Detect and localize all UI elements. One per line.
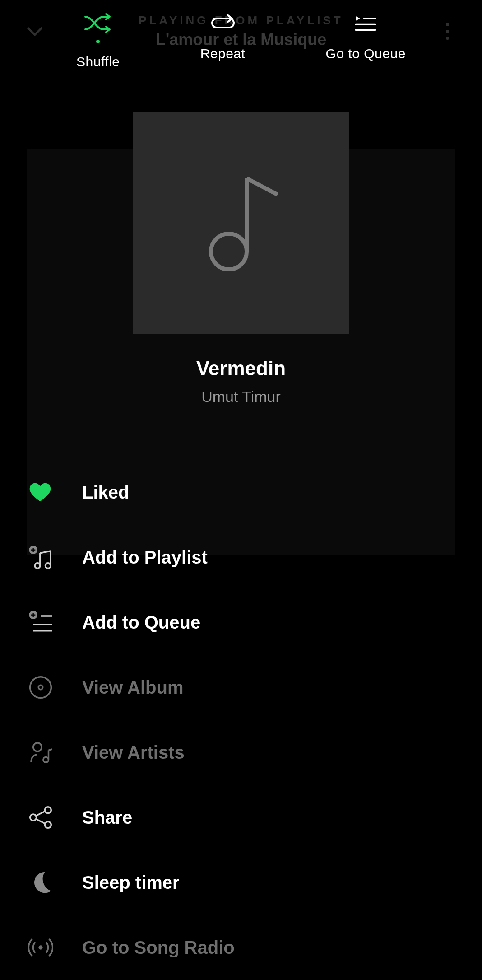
shuffle-icon [83, 11, 112, 35]
share-label: Share [82, 807, 132, 828]
shuffle-active-dot [96, 40, 100, 43]
svg-point-32 [38, 945, 42, 949]
svg-point-27 [45, 807, 51, 813]
view-artists-label: View Artists [82, 742, 185, 763]
shuffle-label: Shuffle [76, 54, 120, 70]
moon-icon [28, 870, 82, 895]
svg-point-22 [38, 685, 42, 689]
repeat-action[interactable]: Repeat [200, 11, 246, 61]
queue-icon [353, 11, 378, 35]
shuffle-action[interactable]: Shuffle [76, 11, 120, 70]
heart-icon [28, 480, 82, 504]
sleep-timer-label: Sleep timer [82, 873, 180, 893]
svg-marker-0 [356, 16, 360, 21]
album-icon [28, 675, 82, 700]
share-item[interactable]: Share [28, 785, 454, 850]
view-album-label: View Album [82, 677, 184, 698]
svg-point-23 [33, 743, 42, 751]
repeat-icon [209, 11, 237, 35]
add-to-playlist-item[interactable]: Add to Playlist [28, 525, 454, 590]
svg-line-6 [247, 178, 278, 195]
radio-icon [28, 935, 82, 960]
svg-line-31 [36, 819, 46, 824]
liked-label: Liked [82, 482, 129, 503]
track-artist: Umut Timur [201, 388, 281, 406]
svg-point-4 [211, 233, 246, 269]
sleep-timer-item[interactable]: Sleep timer [28, 850, 454, 915]
add-playlist-label: Add to Playlist [82, 547, 208, 568]
context-menu: Liked Add to Playlist [0, 460, 482, 980]
song-radio-label: Go to Song Radio [82, 938, 235, 958]
context-overlay: Shuffle Repeat Go to Queue [0, 0, 482, 980]
liked-item[interactable]: Liked [28, 460, 454, 525]
add-to-queue-item[interactable]: Add to Queue [28, 590, 454, 655]
add-playlist-icon [28, 545, 82, 570]
artist-icon [28, 740, 82, 765]
go-to-queue-label: Go to Queue [326, 46, 406, 61]
add-queue-icon [28, 610, 82, 635]
svg-point-29 [45, 821, 51, 828]
album-art-placeholder [133, 112, 349, 334]
view-artists-item[interactable]: View Artists [28, 720, 454, 785]
song-radio-item[interactable]: Go to Song Radio [28, 915, 454, 980]
share-icon [28, 805, 82, 830]
add-queue-label: Add to Queue [82, 612, 200, 633]
svg-line-26 [49, 749, 52, 750]
top-actions-row: Shuffle Repeat Go to Queue [0, 0, 482, 76]
svg-point-28 [30, 814, 37, 821]
repeat-label: Repeat [200, 46, 246, 61]
svg-point-21 [30, 677, 51, 698]
svg-line-14 [40, 551, 51, 553]
svg-line-30 [36, 811, 46, 816]
track-summary: Vermedin Umut Timur [0, 112, 482, 406]
track-title: Vermedin [196, 357, 286, 380]
view-album-item[interactable]: View Album [28, 655, 454, 720]
go-to-queue-action[interactable]: Go to Queue [326, 11, 406, 61]
